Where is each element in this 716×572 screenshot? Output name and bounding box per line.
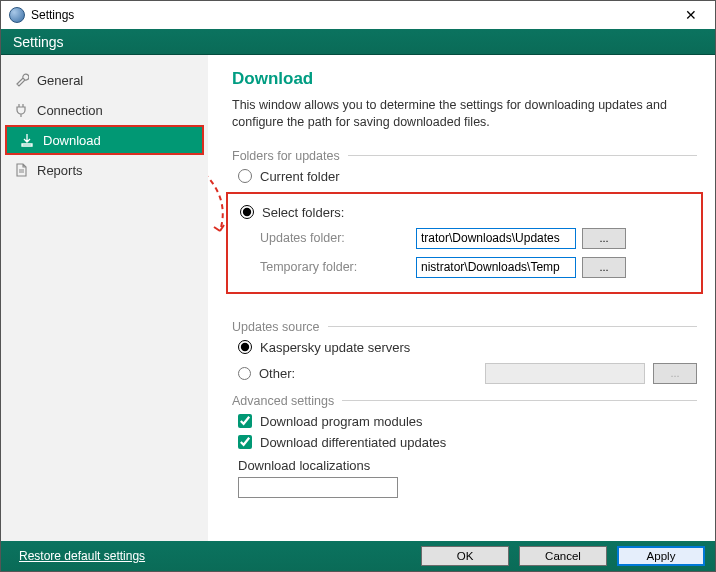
localizations-label: Download localizations: [238, 458, 697, 473]
window-title: Settings: [31, 8, 671, 22]
plug-icon: [13, 102, 29, 118]
select-folders-label: Select folders:: [262, 205, 344, 220]
temporary-browse-button[interactable]: ...: [582, 257, 626, 278]
advanced-section-header: Advanced settings: [232, 394, 697, 408]
divider: [348, 155, 697, 156]
sidebar-item-label: General: [37, 73, 83, 88]
sidebar-item-connection[interactable]: Connection: [1, 95, 208, 125]
sidebar-item-label: Reports: [37, 163, 83, 178]
sidebar-item-label: Download: [43, 133, 101, 148]
section-label: Folders for updates: [232, 149, 340, 163]
section-label: Updates source: [232, 320, 320, 334]
apply-button[interactable]: Apply: [617, 546, 705, 566]
wrench-icon: [13, 72, 29, 88]
select-folders-radio[interactable]: [240, 205, 254, 219]
current-folder-radio-row[interactable]: Current folder: [238, 169, 697, 184]
folders-section-header: Folders for updates: [232, 149, 697, 163]
sidebar-item-download[interactable]: Download: [5, 125, 204, 155]
updates-folder-row: Updates folder: ...: [260, 228, 695, 249]
sidebar-item-reports[interactable]: Reports: [1, 155, 208, 185]
download-icon: [19, 132, 35, 148]
download-diff-checkbox[interactable]: [238, 435, 252, 449]
restore-defaults-link[interactable]: Restore default settings: [19, 549, 145, 563]
header-bar: Settings: [1, 29, 715, 55]
source-section-header: Updates source: [232, 320, 697, 334]
current-folder-radio[interactable]: [238, 169, 252, 183]
download-modules-label: Download program modules: [260, 414, 423, 429]
close-button[interactable]: ✕: [671, 1, 711, 29]
document-icon: [13, 162, 29, 178]
footer-bar: Restore default settings OK Cancel Apply: [1, 541, 715, 571]
kaspersky-source-label: Kaspersky update servers: [260, 340, 410, 355]
other-source-row: Other: ...: [238, 363, 697, 384]
other-source-input: [485, 363, 645, 384]
download-modules-checkbox-row[interactable]: Download program modules: [238, 414, 697, 429]
page-title: Download: [232, 69, 697, 89]
updates-browse-button[interactable]: ...: [582, 228, 626, 249]
titlebar: Settings ✕: [1, 1, 715, 29]
sidebar-item-label: Connection: [37, 103, 103, 118]
kaspersky-source-radio[interactable]: [238, 340, 252, 354]
select-folders-highlight: Select folders: Updates folder: ... Temp…: [226, 192, 703, 294]
localizations-input[interactable]: [238, 477, 398, 498]
updates-folder-label: Updates folder:: [260, 231, 410, 245]
header-title: Settings: [13, 34, 64, 50]
other-source-label: Other:: [259, 366, 295, 381]
sidebar-item-general[interactable]: General: [1, 65, 208, 95]
download-diff-checkbox-row[interactable]: Download differentiated updates: [238, 435, 697, 450]
updates-folder-input[interactable]: [416, 228, 576, 249]
divider: [328, 326, 697, 327]
current-folder-label: Current folder: [260, 169, 339, 184]
localizations-row: Download localizations: [238, 458, 697, 498]
temporary-folder-label: Temporary folder:: [260, 260, 410, 274]
main-area: General Connection Download Reports Dow: [1, 55, 715, 541]
cancel-button[interactable]: Cancel: [519, 546, 607, 566]
download-diff-label: Download differentiated updates: [260, 435, 446, 450]
page-description: This window allows you to determine the …: [232, 97, 697, 131]
temporary-folder-input[interactable]: [416, 257, 576, 278]
app-icon: [9, 7, 25, 23]
ok-button[interactable]: OK: [421, 546, 509, 566]
other-browse-button: ...: [653, 363, 697, 384]
section-label: Advanced settings: [232, 394, 334, 408]
select-folders-radio-row[interactable]: Select folders:: [240, 205, 695, 220]
other-source-radio[interactable]: [238, 367, 251, 380]
sidebar: General Connection Download Reports: [1, 55, 208, 541]
download-modules-checkbox[interactable]: [238, 414, 252, 428]
temporary-folder-row: Temporary folder: ...: [260, 257, 695, 278]
kaspersky-source-radio-row[interactable]: Kaspersky update servers: [238, 340, 697, 355]
content-pane: Download This window allows you to deter…: [208, 55, 715, 541]
divider: [342, 400, 697, 401]
